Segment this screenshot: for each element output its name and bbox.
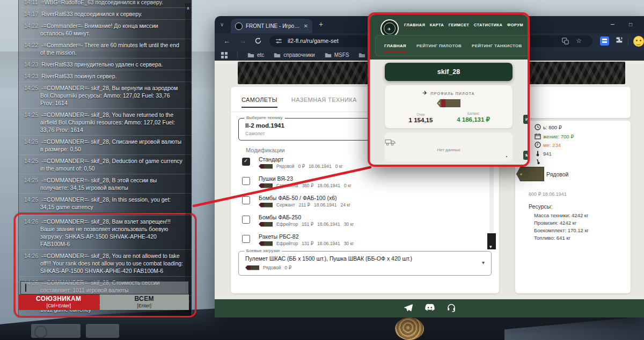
chat-text: RiverRat633 подсоединился к серверу. xyxy=(41,11,142,17)
chevron-down-icon[interactable]: ▾ xyxy=(482,260,485,265)
send-allies-button[interactable]: СОЮЗНИКАМ [Ctrl+Enter] xyxy=(18,294,99,310)
mod-checkbox[interactable] xyxy=(242,158,250,166)
stats-tabs: ГЛАВНАЯРЕЙТИНГ ПИЛОТОВРЕЙТИНГ ТАНКИСТОВМ… xyxy=(375,35,530,56)
hud-gauge-box-2 xyxy=(86,324,119,338)
bookmark-star-icon[interactable]: ☆ xyxy=(576,37,582,45)
site-nav-link[interactable]: СТАТИСТИКА xyxy=(474,23,503,27)
site-settings-icon[interactable] xyxy=(275,38,282,45)
modification-item[interactable]: Бомбы ФАБ-50 / ФАБ-100 (х6) Сержант 211 … xyxy=(238,195,486,211)
stats-tab[interactable]: РЕЙТИНГ ТАНКИСТОВ xyxy=(472,43,522,48)
player-name-banner[interactable]: skif_28 xyxy=(385,63,513,81)
tab-search-icon[interactable]: ∨ xyxy=(220,21,224,27)
mod-checkbox[interactable] xyxy=(242,196,250,204)
window-minimize-button[interactable]: – xyxy=(611,21,614,27)
reload-icon[interactable] xyxy=(254,37,262,45)
tab-groups-icon[interactable] xyxy=(221,52,228,58)
chat-timestamp: 14:17 xyxy=(24,11,38,17)
mission-row-text: ме: 234 xyxy=(543,142,561,148)
bookmark-item[interactable]: etc xyxy=(247,52,264,58)
mod-price: 131 ₽ xyxy=(302,241,313,246)
loadout-price: 0 ₽ xyxy=(285,265,292,270)
chat-scrollbar[interactable]: ∧ ∨ xyxy=(185,3,191,313)
chat-send-buttons: СОЮЗНИКАМ [Ctrl+Enter] ВСЕМ [Enter] xyxy=(18,294,189,310)
send-all-button[interactable]: ВСЕМ [Enter] xyxy=(100,294,189,310)
bookmark-item[interactable]: справочники xyxy=(274,52,314,58)
site-nav: ГЛАВНАЯКАРТАГЕИМСЕТСТАТИСТИКАФОРУМ xyxy=(404,23,523,27)
popup-site-header: ✈ ГЛАВНАЯКАРТАГЕИМСЕТСТАТИСТИКАФОРУМ ГЛА… xyxy=(370,14,528,60)
price-and-date: 800 ₽ 18.06.1941 xyxy=(529,191,567,197)
mod-title: Бомбы ФАБ-50 / ФАБ-100 (х6) xyxy=(259,195,486,201)
tab-planes[interactable]: САМОЛЕТЫ xyxy=(241,97,277,108)
extensions-puzzle-icon[interactable] xyxy=(615,36,623,45)
pilot-profile-header: ✈ПРОФИЛЬ ПИЛОТА xyxy=(385,90,513,97)
mod-checkbox[interactable] xyxy=(242,235,250,243)
forward-icon[interactable]: → xyxy=(239,37,246,45)
tab-close-icon[interactable]: ✕ xyxy=(304,23,308,29)
thermometer-icon xyxy=(535,158,541,165)
chat-text: -=COMMANDER=- skif_28, In this session, … xyxy=(40,196,171,210)
clock-icon xyxy=(535,124,541,130)
mod-rank: Старшина xyxy=(276,183,298,188)
player-rank: Рядовой xyxy=(546,171,568,178)
site-nav-link[interactable]: ГЕИМСЕТ xyxy=(449,23,470,27)
rank-epaulette-icon xyxy=(259,222,273,227)
chat-timestamp: 14:22 xyxy=(24,23,38,29)
loadout-select[interactable]: Боевые загрузки Пулемет ШКАС (ББ х 1500 … xyxy=(238,251,492,276)
site-nav-link[interactable]: КАРТА xyxy=(430,23,444,27)
loadout-details: Рядовой 0 ₽ xyxy=(245,265,291,270)
mission-row-1: ь: 800 ₽ xyxy=(535,124,562,130)
mod-scrollbar-thumb[interactable] xyxy=(487,233,496,249)
stats-tab[interactable]: РЕЙТИНГ ПИЛОТОВ xyxy=(416,43,462,48)
chat-scroll-up-icon[interactable]: ∧ xyxy=(185,6,191,11)
mission-row-text: жение: 700 ₽ xyxy=(543,134,574,139)
mod-details: Старшина 380 ₽ 18.06.1941 0 кг xyxy=(259,183,486,188)
chat-timestamp: 14:25 xyxy=(24,196,38,203)
discord-icon[interactable] xyxy=(425,304,435,312)
translate-extension-icon[interactable] xyxy=(600,36,609,46)
chat-text: RiverRat633 принудительно удален с серве… xyxy=(41,61,163,68)
telegram-icon[interactable] xyxy=(404,304,413,312)
site-footer xyxy=(215,299,644,317)
mod-price: 0 ₽ xyxy=(298,164,305,169)
pilot-profile-card: ✈ПРОФИЛЬ ПИЛОТА Очки 1 154,15 Баланс 4 1… xyxy=(385,85,513,128)
hud-gauge-box xyxy=(31,324,80,338)
mod-checkbox[interactable] xyxy=(242,177,250,185)
mod-rank: Ефрейтор xyxy=(276,241,298,246)
modification-item[interactable]: Бомбы ФАБ-250 Ефрейтор 151 ₽ 18.06.1941 … xyxy=(238,214,486,231)
thermometer-icon xyxy=(535,150,541,157)
bookmark-item[interactable]: MSFS xyxy=(325,52,349,58)
mission-row-5 xyxy=(535,158,541,165)
chat-text: -=COMMANDER=- skif_28, Вы вернули на аэр… xyxy=(40,85,178,106)
chat-message: 14:22-=Commander=- There are 60 minutes … xyxy=(19,39,192,58)
social-icons xyxy=(404,303,456,312)
profile-avatar[interactable] xyxy=(633,36,644,47)
modification-item[interactable]: Пушки ВЯ-23 Старшина 380 ₽ 18.06.1941 0 … xyxy=(238,175,486,192)
mod-details: Ефрейтор 151 ₽ 18.06.1941 30 кг xyxy=(259,221,486,227)
mod-date: 18.06.1941 xyxy=(317,183,340,188)
new-tab-button[interactable]: + xyxy=(319,20,323,28)
modification-item[interactable]: Ракеты РБС-82 Ефрейтор 131 ₽ 18.06.1941 … xyxy=(238,233,486,250)
pilot-profile-title: ПРОФИЛЬ ПИЛОТА xyxy=(431,92,475,95)
translate-page-icon[interactable] xyxy=(562,38,569,45)
site-nav-link[interactable]: ФОРУМ xyxy=(507,23,523,27)
back-icon[interactable]: ← xyxy=(223,37,230,45)
no-data-text: Нет данных xyxy=(385,147,513,152)
mod-weight: 24 кг xyxy=(340,202,350,208)
chat-message: 14:23RiverRat633 покинул сервер. xyxy=(19,70,192,82)
browser-tab[interactable]: FRONT LINE - Игровой сервер ✕ xyxy=(231,19,312,33)
url-text[interactable]: il2-fl.ru/ru/game-set xyxy=(288,38,339,44)
window-maximize-button[interactable]: □ xyxy=(629,21,632,28)
loadout-rank: Рядовой xyxy=(263,265,281,270)
stats-tab[interactable]: ГЛАВНАЯ xyxy=(384,43,406,53)
support-headset-icon[interactable] xyxy=(447,303,456,312)
chat-timestamp: 14:23 xyxy=(24,73,38,79)
chat-text: -=COMMANDER=- skif_28, You are not allow… xyxy=(40,253,183,274)
chat-timestamp: 14:25 xyxy=(24,177,38,183)
site-nav-link[interactable]: ГЛАВНАЯ xyxy=(404,23,425,27)
chat-message: 14:25-=COMMANDER=- skif_28, In this sess… xyxy=(19,193,192,212)
tab-ground-vehicles[interactable]: НАЗЕМНАЯ ТЕХНИКА xyxy=(291,97,357,108)
chat-input[interactable] xyxy=(20,281,189,294)
rank-epaulette-icon xyxy=(259,203,273,208)
hud-dial xyxy=(34,326,47,338)
mod-checkbox[interactable] xyxy=(242,216,250,224)
